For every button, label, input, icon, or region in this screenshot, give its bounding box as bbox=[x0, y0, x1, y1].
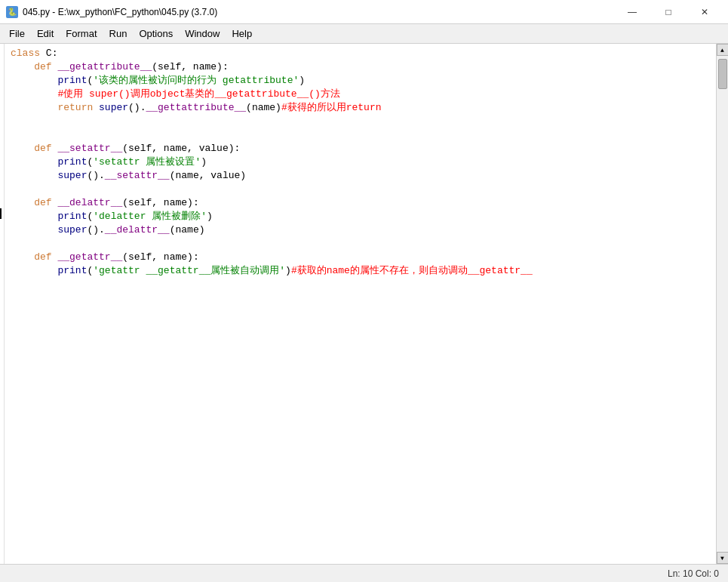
title-bar-left: 🐍 045.py - E:\wx_python\FC_python\045.py… bbox=[6, 6, 217, 18]
menu-options[interactable]: Options bbox=[133, 26, 179, 42]
menu-window[interactable]: Window bbox=[179, 26, 226, 42]
menu-edit[interactable]: Edit bbox=[31, 26, 60, 42]
maximize-button[interactable]: □ bbox=[651, 0, 686, 24]
cursor-position: Ln: 10 Col: 0 bbox=[668, 568, 719, 579]
window-title: 045.py - E:\wx_python\FC_python\045.py (… bbox=[23, 7, 217, 17]
window-controls: — □ ✕ bbox=[615, 0, 722, 24]
menu-bar: File Edit Format Run Options Window Help bbox=[0, 24, 728, 44]
code-editor[interactable]: class C: def __getattribute__(self, name… bbox=[5, 44, 716, 564]
scroll-up-button[interactable]: ▲ bbox=[717, 44, 729, 56]
cursor-indicator bbox=[0, 208, 2, 219]
menu-file[interactable]: File bbox=[3, 26, 31, 42]
app-icon: 🐍 bbox=[6, 6, 18, 18]
vertical-scrollbar[interactable]: ▲ ▼ bbox=[716, 44, 728, 564]
menu-help[interactable]: Help bbox=[226, 26, 258, 42]
close-button[interactable]: ✕ bbox=[687, 0, 722, 24]
scroll-thumb[interactable] bbox=[718, 59, 727, 89]
editor-container: class C: def __getattribute__(self, name… bbox=[0, 44, 728, 564]
status-bar: Ln: 10 Col: 0 bbox=[0, 564, 728, 582]
scroll-down-button[interactable]: ▼ bbox=[717, 552, 729, 564]
editor-gutter bbox=[0, 44, 5, 564]
minimize-button[interactable]: — bbox=[615, 0, 650, 24]
menu-format[interactable]: Format bbox=[60, 26, 103, 42]
scroll-track[interactable] bbox=[717, 56, 728, 552]
menu-run[interactable]: Run bbox=[103, 26, 134, 42]
title-bar: 🐍 045.py - E:\wx_python\FC_python\045.py… bbox=[0, 0, 728, 24]
